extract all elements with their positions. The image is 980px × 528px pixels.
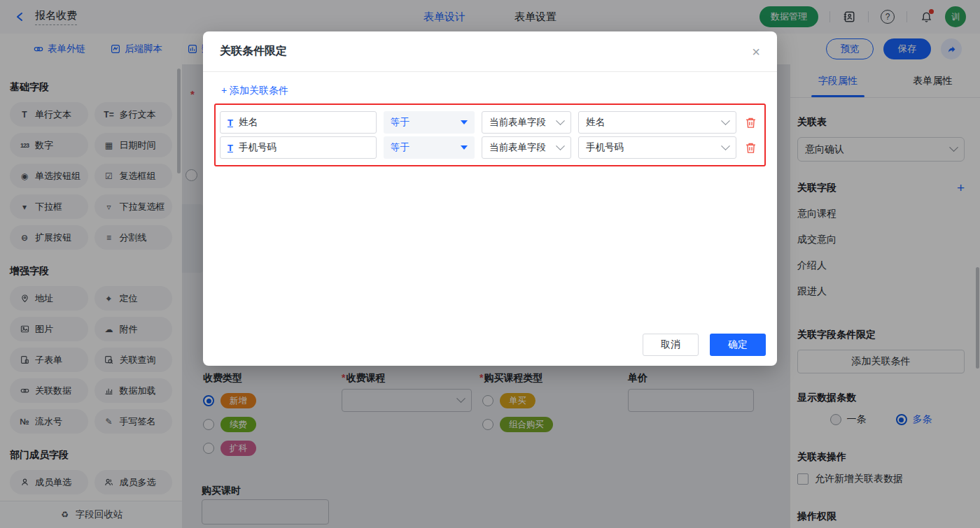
delete-row-trash-icon[interactable] bbox=[743, 142, 757, 154]
chevron-down-icon bbox=[556, 116, 565, 125]
condition-row: T 手机号码 等于 当前表单字段 手机号码 bbox=[220, 136, 760, 159]
value-select[interactable]: 手机号码 bbox=[578, 136, 736, 159]
value-select[interactable]: 姓名 bbox=[578, 111, 736, 134]
operator-select[interactable]: 等于 bbox=[384, 111, 475, 134]
chevron-down-icon bbox=[721, 141, 730, 150]
condition-field-input[interactable]: T 手机号码 bbox=[220, 136, 377, 159]
source-select[interactable]: 当前表单字段 bbox=[482, 136, 571, 159]
app-root: 报名收费 表单设计 表单设置 数据管理 ? 训 bbox=[0, 0, 980, 528]
chevron-down-icon bbox=[721, 116, 730, 125]
operator-select[interactable]: 等于 bbox=[384, 136, 475, 159]
condition-field-input[interactable]: T 姓名 bbox=[220, 111, 377, 134]
close-icon[interactable]: × bbox=[752, 45, 760, 59]
add-condition-link[interactable]: + 添加关联条件 bbox=[221, 85, 288, 97]
condition-rows-highlight: T 姓名 等于 当前表单字段 姓名 bbox=[214, 104, 766, 166]
text-field-icon: T bbox=[227, 117, 233, 128]
modal-title: 关联条件限定 bbox=[220, 44, 287, 59]
caret-down-icon bbox=[461, 120, 468, 124]
condition-limit-modal: 关联条件限定 × + 添加关联条件 T 姓名 等于 当前表单字段 bbox=[203, 31, 777, 366]
delete-row-trash-icon[interactable] bbox=[743, 117, 757, 129]
caret-down-icon bbox=[461, 145, 468, 150]
confirm-button[interactable]: 确定 bbox=[710, 334, 766, 356]
chevron-down-icon bbox=[556, 141, 565, 150]
condition-row: T 姓名 等于 当前表单字段 姓名 bbox=[220, 111, 760, 134]
cancel-button[interactable]: 取消 bbox=[643, 334, 699, 356]
text-field-icon: T bbox=[227, 143, 233, 153]
source-select[interactable]: 当前表单字段 bbox=[482, 111, 571, 134]
